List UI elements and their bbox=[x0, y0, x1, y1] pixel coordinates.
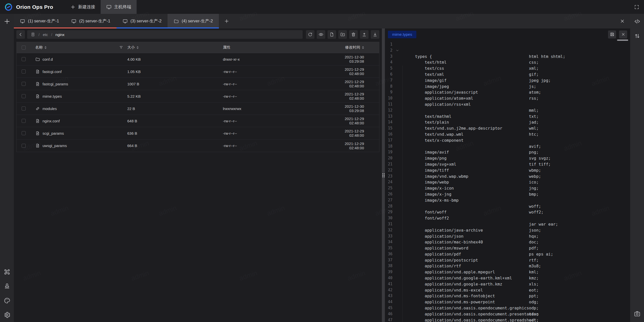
editor-line[interactable]: 5 text/xml xml; bbox=[385, 65, 630, 71]
file-name-cell[interactable]: nginx.conf bbox=[31, 119, 127, 123]
editor-line[interactable]: 39 application/vnd.google-earth.kml+xml … bbox=[385, 269, 630, 275]
row-checkbox[interactable] bbox=[22, 57, 26, 61]
fullscreen-button[interactable] bbox=[629, 0, 644, 14]
table-row[interactable]: fastcgi_params 1007 B -rw-r--r-- 2021-12… bbox=[17, 78, 379, 90]
table-row[interactable]: uwsgi_params 664 B -rw-r--r-- 2021-12-29… bbox=[17, 139, 379, 152]
fold-toggle[interactable] bbox=[395, 221, 400, 227]
editor-line[interactable]: 1 bbox=[385, 42, 630, 48]
editor-line[interactable]: 36 application/postscript ps eps ai; bbox=[385, 251, 630, 257]
table-row[interactable]: mime.types 5.22 KB -rw-r--r-- 2021-12-29… bbox=[17, 90, 379, 102]
fold-toggle[interactable] bbox=[395, 287, 400, 293]
fold-toggle[interactable] bbox=[395, 95, 400, 101]
fold-toggle[interactable] bbox=[395, 78, 400, 84]
palette-icon[interactable] bbox=[4, 297, 11, 304]
editor-file-tab[interactable]: mime.types bbox=[388, 31, 416, 38]
close-panel-button[interactable] bbox=[615, 14, 630, 28]
download-button[interactable] bbox=[371, 30, 379, 39]
editor-line[interactable]: 4 text/css css; bbox=[385, 59, 630, 65]
fold-toggle[interactable] bbox=[395, 89, 400, 95]
file-name-cell[interactable]: fastcgi.conf bbox=[31, 69, 127, 74]
editor-line[interactable]: 24 image/x-icon ico; bbox=[385, 179, 630, 185]
table-row[interactable]: modules 22 B lrwxrwxrwx 2021-12-30 03:29… bbox=[17, 102, 379, 115]
fold-toggle[interactable] bbox=[395, 48, 400, 54]
fold-toggle[interactable] bbox=[395, 275, 400, 281]
editor-line[interactable]: 22 image/vnd.wap.wbmp wbmp; bbox=[385, 167, 630, 173]
fold-toggle[interactable] bbox=[395, 257, 400, 263]
gear-icon[interactable] bbox=[4, 311, 11, 318]
fold-toggle[interactable] bbox=[395, 131, 400, 137]
eye-button[interactable] bbox=[317, 30, 325, 39]
fold-toggle[interactable] bbox=[395, 71, 400, 78]
editor-line[interactable]: 8 application/javascript js; bbox=[385, 84, 630, 90]
fold-toggle[interactable] bbox=[395, 65, 400, 71]
editor-line[interactable]: 20 image/svg+xml svg svgz; bbox=[385, 155, 630, 161]
menu-item-new-connection[interactable]: 新建连接 bbox=[65, 0, 101, 14]
editor-line[interactable]: 32 application/json json; bbox=[385, 227, 630, 233]
editor-line[interactable]: 2 types { bbox=[385, 48, 630, 54]
editor-line[interactable]: 45 application/vnd.oasis.opendocument.pr… bbox=[385, 305, 630, 311]
panel-splitter[interactable] bbox=[382, 28, 385, 322]
editor-line[interactable]: 14 text/vnd.sun.j2me.app-descriptor jad; bbox=[385, 119, 630, 125]
save-button[interactable] bbox=[608, 30, 616, 39]
fold-toggle[interactable] bbox=[395, 101, 400, 108]
fold-toggle[interactable] bbox=[395, 293, 400, 299]
editor-line[interactable]: 35 application/pdf pdf; bbox=[385, 245, 630, 251]
editor-line[interactable]: 42 application/vnd.ms-fontobject eot; bbox=[385, 287, 630, 293]
fold-toggle[interactable] bbox=[395, 239, 400, 245]
sort-carets-icon[interactable] bbox=[362, 46, 364, 49]
editor-line[interactable]: 25 image/x-jng jng; bbox=[385, 185, 630, 191]
session-tab[interactable]: (4) server-生产-2 bbox=[168, 14, 219, 28]
fold-toggle[interactable] bbox=[395, 125, 400, 131]
file-name-cell[interactable]: scgi_params bbox=[31, 131, 127, 136]
fold-toggle[interactable] bbox=[395, 251, 400, 257]
plus-icon[interactable] bbox=[3, 18, 11, 25]
select-all-checkbox[interactable] bbox=[22, 46, 26, 50]
fold-toggle[interactable] bbox=[395, 311, 400, 317]
editor-line[interactable]: 17 bbox=[385, 137, 630, 144]
fold-toggle[interactable] bbox=[395, 209, 400, 215]
editor-line[interactable]: 44 application/vnd.oasis.opendocument.gr… bbox=[385, 299, 630, 305]
fold-toggle[interactable] bbox=[395, 299, 400, 305]
editor-line[interactable]: 43 application/vnd.ms-powerpoint ppt; bbox=[385, 293, 630, 299]
fold-toggle[interactable] bbox=[395, 269, 400, 275]
stamp-icon[interactable] bbox=[4, 283, 11, 290]
back-button[interactable] bbox=[16, 30, 25, 39]
row-checkbox[interactable] bbox=[22, 82, 26, 86]
filter-icon[interactable] bbox=[119, 45, 123, 50]
new-file-button[interactable] bbox=[328, 30, 336, 39]
fold-toggle[interactable] bbox=[395, 54, 400, 60]
editor-line[interactable]: 15 text/vnd.wap.wml wml; bbox=[385, 125, 630, 131]
session-tab[interactable]: (3) server-生产-2 bbox=[116, 14, 168, 28]
fold-toggle[interactable] bbox=[395, 108, 400, 114]
fold-toggle[interactable] bbox=[395, 233, 400, 239]
editor-line[interactable]: 9 application/atom+xml atom; bbox=[385, 89, 630, 95]
fold-toggle[interactable] bbox=[395, 149, 400, 155]
fold-toggle[interactable] bbox=[395, 179, 400, 185]
command-icon[interactable] bbox=[4, 268, 11, 275]
file-name-cell[interactable]: modules bbox=[31, 106, 127, 111]
editor-line[interactable]: 33 application/mac-binhex40 hqx; bbox=[385, 233, 630, 239]
header-mtime[interactable]: 修改时间 bbox=[336, 45, 379, 50]
editor-content[interactable]: 1 2 types { 3 text/html html htm shtml; … bbox=[385, 40, 630, 322]
editor-line[interactable]: 12 text/mathml mml; bbox=[385, 108, 630, 114]
fold-toggle[interactable] bbox=[395, 161, 400, 167]
row-checkbox[interactable] bbox=[22, 69, 26, 74]
editor-line[interactable]: 3 text/html html htm shtml; bbox=[385, 54, 630, 60]
editor-line[interactable]: 21 image/tiff tif tiff; bbox=[385, 161, 630, 167]
header-size[interactable]: 大小 bbox=[127, 45, 223, 50]
fold-toggle[interactable] bbox=[395, 263, 400, 269]
breadcrumb[interactable]: / etc / nginx bbox=[27, 30, 303, 39]
close-editor-button[interactable] bbox=[619, 30, 627, 39]
fold-toggle[interactable] bbox=[395, 197, 400, 203]
editor-line[interactable]: 47 application/vnd.oasis.opendocument.te… bbox=[385, 317, 630, 322]
fold-toggle[interactable] bbox=[395, 137, 400, 144]
editor-line[interactable]: 38 application/vnd.apple.mpegurl m3u8; bbox=[385, 263, 630, 269]
fold-toggle[interactable] bbox=[395, 281, 400, 287]
editor-line[interactable]: 10 application/rss+xml rss; bbox=[385, 95, 630, 101]
table-row[interactable]: scgi_params 636 B -rw-r--r-- 2021-12-29 … bbox=[17, 127, 379, 139]
fold-toggle[interactable] bbox=[395, 227, 400, 233]
row-checkbox[interactable] bbox=[22, 94, 26, 98]
fold-toggle[interactable] bbox=[395, 191, 400, 197]
table-row[interactable]: fastcgi.conf 1.05 KB -rw-r--r-- 2021-12-… bbox=[17, 65, 379, 78]
editor-line[interactable]: 30 bbox=[385, 215, 630, 221]
